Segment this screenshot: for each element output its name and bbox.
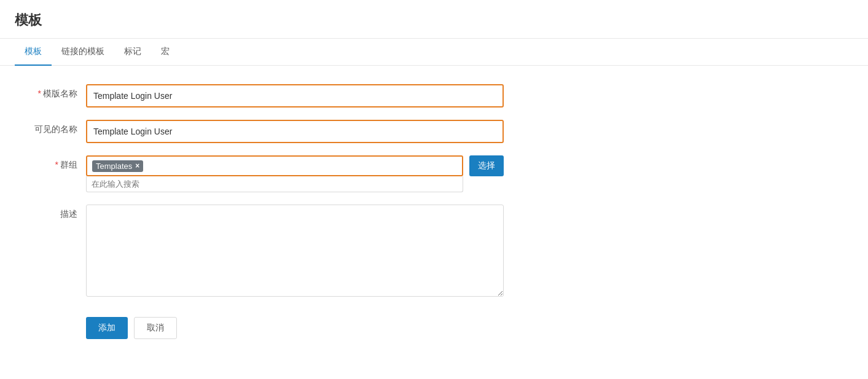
group-tag-close[interactable]: ×	[135, 162, 139, 170]
tab-tags[interactable]: 标记	[114, 39, 151, 66]
required-star-name: *	[38, 88, 41, 98]
template-name-label: *模版名称	[25, 84, 86, 100]
group-search-input[interactable]	[86, 176, 463, 192]
template-name-input[interactable]	[87, 85, 502, 106]
visible-name-row: 可见的名称	[25, 120, 843, 143]
cancel-button[interactable]: 取消	[134, 317, 177, 339]
group-tag: Templates ×	[92, 160, 143, 172]
page-title: 模板	[0, 0, 868, 39]
group-tag-wrapper[interactable]: Templates ×	[86, 155, 463, 176]
page-container: 模板 模板 链接的模板 标记 宏 *模版名称	[0, 0, 868, 379]
tab-linked[interactable]: 链接的模板	[52, 39, 114, 66]
visible-name-highlight	[86, 120, 504, 143]
description-row: 描述	[25, 205, 843, 299]
form-container: *模版名称 可见的名称 *群组	[0, 66, 868, 364]
description-field	[86, 205, 504, 299]
group-input-area: Templates ×	[86, 155, 463, 192]
visible-name-field	[86, 120, 504, 143]
visible-name-input[interactable]	[87, 121, 502, 142]
group-top-area: Templates × 选择	[86, 155, 504, 192]
template-name-row: *模版名称	[25, 84, 843, 107]
tab-macros[interactable]: 宏	[151, 39, 179, 66]
select-button[interactable]: 选择	[469, 155, 504, 176]
template-name-highlight	[86, 84, 504, 107]
description-label: 描述	[25, 205, 86, 220]
group-row: *群组 Templates × 选择	[25, 155, 843, 192]
tab-templates[interactable]: 模板	[15, 39, 52, 66]
template-name-field	[86, 84, 504, 107]
description-textarea[interactable]	[86, 205, 504, 297]
page-title-text: 模板	[15, 12, 42, 28]
group-label: *群组	[25, 155, 86, 171]
group-tag-label: Templates	[96, 162, 132, 171]
add-button[interactable]: 添加	[86, 317, 128, 339]
action-row: 添加 取消	[25, 317, 843, 339]
group-field: Templates × 选择	[86, 155, 504, 192]
visible-name-label: 可见的名称	[25, 120, 86, 135]
tabs-bar: 模板 链接的模板 标记 宏	[0, 39, 868, 66]
required-star-group: *	[55, 160, 58, 170]
